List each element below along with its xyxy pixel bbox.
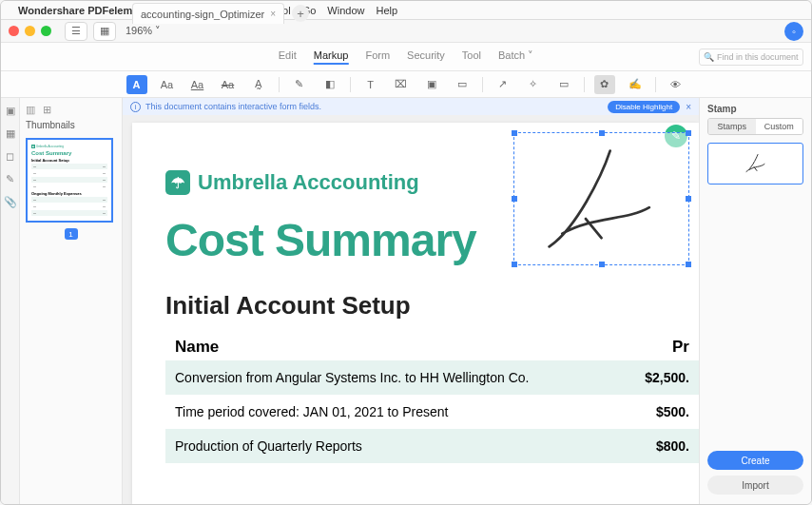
tab-edit[interactable]: Edit — [279, 49, 297, 65]
close-tab-icon[interactable]: × — [270, 9, 276, 19]
rail-thumbnails-icon[interactable]: ▣ — [4, 104, 17, 117]
import-button[interactable]: Import — [707, 476, 803, 495]
window-bar: ☰ ▦ 196% ˅ accounting-sign_Optimizer × +… — [1, 20, 811, 43]
hide-annotations-icon[interactable]: 👁 — [666, 75, 686, 94]
strikethrough-icon[interactable]: Aa — [218, 75, 239, 94]
table-body: Conversion from Angular Systems Inc. to … — [165, 360, 699, 463]
menubar: Wondershare PDFelement Pro File Edit Vie… — [1, 1, 811, 20]
table-header: Name Pr — [165, 334, 699, 360]
divider — [279, 77, 280, 92]
pencil-icon[interactable]: ✎ — [289, 75, 310, 94]
search-input[interactable]: 🔍 Find in this document — [699, 49, 803, 66]
close-window[interactable] — [9, 26, 19, 36]
rail-bookmark-icon[interactable]: ◻ — [4, 149, 17, 163]
callout-icon[interactable]: ⌧ — [391, 75, 412, 94]
page-thumbnail[interactable]: ■ Umbrella Acccounting Cost Summary Init… — [26, 138, 113, 223]
menu-window[interactable]: Window — [327, 5, 364, 16]
stamp-preview[interactable] — [707, 143, 803, 185]
search-icon: 🔍 — [704, 52, 714, 62]
squiggly-icon[interactable]: A̰ — [248, 75, 269, 94]
canvas: i This document contains interactive for… — [123, 98, 699, 504]
maximize-window[interactable] — [41, 26, 51, 36]
tab-label: accounting-sign_Optimizer — [141, 9, 264, 20]
thumbnails-header: ▥ ⊞ — [26, 104, 116, 116]
stamp-icon[interactable]: ✿ — [594, 75, 615, 94]
profile-avatar[interactable]: ◦ — [784, 22, 803, 41]
shapes-icon[interactable]: ▭ — [553, 75, 574, 94]
rail-attachment-icon[interactable]: 📎 — [4, 195, 17, 208]
tab-strip: accounting-sign_Optimizer × + — [132, 3, 309, 24]
new-tab-button[interactable]: + — [292, 5, 309, 22]
table-row: Time period covered: JAN 01, 2021 to Pre… — [165, 395, 699, 429]
main-area: ▣ ▦ ◻ ✎ 📎 ▥ ⊞ Thumbnails ■ Umbrella Accc… — [1, 98, 811, 504]
stamp-panel-title: Stamp — [700, 98, 811, 118]
tab-form[interactable]: Form — [365, 49, 390, 65]
disable-highlight-button[interactable]: Disable Highlight — [608, 101, 680, 113]
thumbnails-toggle[interactable]: ▦ — [93, 22, 116, 41]
tab-batch[interactable]: Batch ˅ — [498, 49, 533, 65]
close-banner-icon[interactable]: × — [686, 102, 691, 112]
thumbnails-title: Thumbnails — [26, 120, 116, 130]
banner-text: This document contains interactive form … — [145, 102, 321, 111]
signature-icon[interactable]: ✍ — [625, 75, 646, 94]
stamp-panel: Stamp Stamps Custom Create Import — [699, 98, 811, 504]
arrow-icon[interactable]: ↗ — [493, 75, 513, 94]
pin-icon[interactable]: ✧ — [523, 75, 544, 94]
traffic-lights — [9, 26, 51, 36]
highlight-area-icon[interactable]: A — [126, 75, 147, 94]
underline-icon[interactable]: Aa — [187, 75, 208, 94]
mode-tabs: Edit Markup Form Security Tool Batch ˅ — [279, 49, 533, 65]
col-name: Name — [175, 338, 632, 357]
minimize-window[interactable] — [25, 26, 35, 36]
table-row: Conversion from Angular Systems Inc. to … — [165, 360, 699, 395]
table-row: Production of Quarterly Reports $800. — [165, 429, 699, 463]
info-icon: i — [130, 102, 141, 112]
create-button[interactable]: Create — [707, 451, 803, 470]
zoom-level[interactable]: 196% ˅ — [126, 25, 161, 37]
signature-svg — [514, 133, 688, 264]
section-title: Initial Account Setup — [165, 291, 699, 320]
textbox-icon[interactable]: T — [360, 75, 381, 94]
stamp-buttons: Create Import — [700, 445, 811, 504]
thumbnails-panel: ▥ ⊞ Thumbnails ■ Umbrella Acccounting Co… — [20, 98, 123, 504]
brand-icon: ☂ — [165, 170, 190, 195]
divider — [350, 77, 351, 92]
menu-help[interactable]: Help — [376, 5, 397, 16]
page-number-badge: 1 — [65, 228, 78, 240]
rail-comment-icon[interactable]: ✎ — [4, 172, 17, 185]
divider — [655, 77, 656, 92]
document-tab[interactable]: accounting-sign_Optimizer × — [132, 3, 284, 24]
seg-stamps[interactable]: Stamps — [708, 119, 756, 134]
tab-security[interactable]: Security — [407, 49, 445, 65]
thumb-logo: ■ — [31, 145, 35, 148]
sidebar-toggle[interactable]: ☰ — [65, 22, 87, 41]
divider — [482, 77, 483, 92]
stamp-segment-control[interactable]: Stamps Custom — [707, 118, 803, 135]
signature-stamp[interactable] — [513, 132, 689, 265]
left-rail: ▣ ▦ ◻ ✎ 📎 — [1, 98, 20, 504]
tab-tool[interactable]: Tool — [462, 49, 481, 65]
area-highlight-icon[interactable]: ▭ — [452, 75, 473, 94]
form-fields-banner: i This document contains interactive for… — [123, 98, 699, 115]
tab-markup[interactable]: Markup — [314, 49, 349, 65]
thumb-grid-icon[interactable]: ⊞ — [43, 104, 51, 116]
markup-toolbar: A Aa Aa Aa A̰ ✎ ◧ T ⌧ ▣ ▭ ↗ ✧ ▭ ✿ ✍ 👁 — [1, 71, 811, 98]
eraser-icon[interactable]: ◧ — [319, 75, 340, 94]
brand-name: Umbrella Acccounting — [198, 170, 419, 195]
mode-toolbar: Edit Markup Form Security Tool Batch ˅ 🔍… — [1, 43, 811, 71]
search-placeholder: Find in this document — [717, 52, 799, 62]
note-icon[interactable]: ▣ — [421, 75, 442, 94]
seg-custom[interactable]: Custom — [756, 119, 803, 134]
divider — [584, 77, 585, 92]
col-price: Pr — [632, 338, 689, 357]
text-tool-icon[interactable]: Aa — [157, 75, 178, 94]
rail-grid-icon[interactable]: ▦ — [4, 126, 17, 140]
thumb-layout-icon[interactable]: ▥ — [26, 104, 35, 116]
